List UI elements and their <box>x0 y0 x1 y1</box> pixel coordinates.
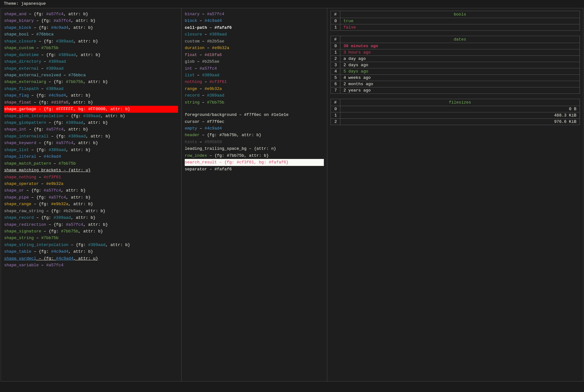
mid-top-line-4: custom – #b2b5ae <box>185 38 324 45</box>
left-line-3: shape_bool – #76bbca <box>4 31 178 38</box>
mid-top-line-8: int – #a57fc4 <box>185 65 324 72</box>
left-line-17: shape_int – {fg: #a57fc4, attr: b} <box>4 126 178 133</box>
left-line-29: shape_raw_string – {fg: #b2b5ae, attr: b… <box>4 208 178 214</box>
left-line-9: shape_external_resolved – #76bbca <box>4 72 178 79</box>
mid-top-line-1: block – #4c9ad4 <box>185 17 324 24</box>
table-bools: #bools0true1false <box>331 11 580 31</box>
mid-top-line-9: list – #389aad <box>185 72 324 79</box>
left-line-11: shape_filepath – #389aad <box>4 85 178 92</box>
table-row: 62 months ago <box>331 81 580 87</box>
table-row: 2976.6 KiB <box>331 119 580 125</box>
middle-column: binary – #a57fc4block – #4c9ad4cell-path… <box>182 8 327 381</box>
mid-bot-line-8: separator – #fafaf6 <box>185 166 324 173</box>
data-table-bools: #bools0true1false <box>331 11 580 31</box>
data-table-dates: #dates030 minutes ago13 hours ago2a day … <box>331 36 580 94</box>
table-filesizes: #filesizes00 B1488.3 KiB2976.6 KiB <box>331 99 580 125</box>
table-row: 32 days ago <box>331 62 580 68</box>
left-line-34: shape_string_interpolation – {fg: #389aa… <box>4 242 178 248</box>
mid-top-line-7: glob – #b2b5ae <box>185 58 324 65</box>
left-column: shape_and – {fg: #a57fc4, attr: b}shape_… <box>1 8 182 381</box>
theme-name: japanesque <box>21 1 46 6</box>
table-row: 030 minutes ago <box>331 43 580 49</box>
data-table-filesizes: #filesizes00 B1488.3 KiB2976.6 KiB <box>331 99 580 125</box>
left-line-18: shape_internalcall – {fg: #389aad, attr:… <box>4 133 178 140</box>
left-line-25: shape_operator – #e9b32a <box>4 180 178 187</box>
mid-bot-line-5: leading_trailing_space_bg – {attr: n} <box>185 145 324 152</box>
left-line-31: shape_redirection – {fg: #a57fc4, attr: … <box>4 221 178 228</box>
left-line-1: shape_binary – {fg: #a57fc4, attr: b} <box>4 17 178 24</box>
mid-top-line-10: nothing – #cf3f61 <box>185 79 324 85</box>
mid-top-line-0: binary – #a57fc4 <box>185 11 324 17</box>
left-line-23: shape_matching_brackets – {attr: u} <box>4 167 178 174</box>
table-dates: #dates030 minutes ago13 hours ago2a day … <box>331 36 580 94</box>
left-line-33: shape_string – #7bb75b <box>4 235 178 241</box>
left-line-13: shape_float – {fg: #d18fa6, attr: b} <box>4 99 178 106</box>
left-line-14: shape_garbage – {fg: #FFFFFF, bg: #FF000… <box>4 106 178 112</box>
main-container: shape_and – {fg: #a57fc4, attr: b}shape_… <box>1 8 583 382</box>
mid-bot-line-6: row_index – {fg: #7bb75b, attr: b} <box>185 152 324 159</box>
right-column: #bools0true1false#dates030 minutes ago13… <box>327 8 583 381</box>
table-row: 1false <box>331 24 580 31</box>
left-line-15: shape_glob_interpolation – {fg: #389aad,… <box>4 113 178 119</box>
left-line-27: shape_pipe – {fg: #a57fc4, attr: b} <box>4 194 178 201</box>
mid-bot-line-2: empty – #4c9ad4 <box>185 125 324 132</box>
left-line-22: shape_match_pattern – #7bb75b <box>4 160 178 167</box>
mid-top-line-11: range – #e9b32a <box>185 85 324 92</box>
theme-label: Theme: <box>4 1 19 6</box>
table-row: 54 weeks ago <box>331 75 580 81</box>
left-line-16: shape_globpattern – {fg: #389aad, attr: … <box>4 119 178 126</box>
mid-top-line-5: duration – #e9b32a <box>185 45 324 51</box>
left-line-0: shape_and – {fg: #a57fc4, attr: b} <box>4 11 178 17</box>
left-line-37: shape_variable – #a57fc4 <box>4 262 178 269</box>
left-line-36: shape_vardecl – {fg: #4c9ad4, attr: u} <box>4 255 178 262</box>
table-row: 45 days ago <box>331 68 580 75</box>
mid-top-line-13: string – #7bb75b <box>185 99 324 106</box>
table-row: 00 B <box>331 106 580 112</box>
mid-top-line-3: closure – #389aad <box>185 31 324 38</box>
left-line-32: shape_signature – {fg: #7bb75b, attr: b} <box>4 228 178 235</box>
left-line-4: shape_closure – {fg: #389aad, attr: b} <box>4 38 178 45</box>
mid-bot-line-7: search_result – {fg: #cf3f61, bg: #fafaf… <box>185 159 324 166</box>
mid-top-line-2: cell-path – #fafaf6 <box>185 24 324 31</box>
mid-bot-line-1: cursor – #f7f6ec <box>185 118 324 125</box>
mid-bot-line-4: hints – #595b59 <box>185 139 324 145</box>
table-row: 13 hours ago <box>331 49 580 56</box>
left-line-6: shape_datetime – {fg: #389aad, attr: b} <box>4 52 178 58</box>
left-line-28: shape_range – {fg: #e9b32a, attr: b} <box>4 201 178 207</box>
left-line-26: shape_or – {fg: #a57fc4, attr: b} <box>4 187 178 194</box>
mid-top-line-12: record – #389aad <box>185 92 324 99</box>
table-row: 0true <box>331 18 580 24</box>
left-line-24: shape_nothing – #cf3f61 <box>4 174 178 180</box>
left-line-20: shape_list – {fg: #389aad, attr: b} <box>4 147 178 153</box>
mid-bot-line-0: foreground/background – #f7f6ec on #1e1e… <box>185 111 324 118</box>
left-line-8: shape_external – #389aad <box>4 65 178 72</box>
left-line-35: shape_table – {fg: #4c9ad4, attr: b} <box>4 248 178 255</box>
table-row: 2a day ago <box>331 56 580 62</box>
table-row: 72 years ago <box>331 87 580 94</box>
left-line-10: shape_externalarg – {fg: #7bb75b, attr: … <box>4 79 178 85</box>
left-line-30: shape_record – {fg: #389aad, attr: b} <box>4 214 178 221</box>
table-row: 1488.3 KiB <box>331 112 580 119</box>
mid-bot-line-3: header – {fg: #7bb75b, attr: b} <box>185 132 324 138</box>
right-tables: #bools0true1false#dates030 minutes ago13… <box>331 11 580 125</box>
mid-top-line-6: float – #d18fa6 <box>185 52 324 58</box>
left-line-7: shape_directory – #389aad <box>4 58 178 65</box>
left-line-19: shape_keyword – {fg: #a57fc4, attr: b} <box>4 140 178 146</box>
left-line-21: shape_literal – #4c9ad4 <box>4 153 178 160</box>
theme-header: Theme: japanesque <box>0 0 584 7</box>
left-line-2: shape_block – {fg: #4c9ad4, attr: b} <box>4 24 178 31</box>
left-line-5: shape_custom – #7bb75b <box>4 45 178 51</box>
left-line-12: shape_flag – {fg: #4c9ad4, attr: b} <box>4 92 178 99</box>
